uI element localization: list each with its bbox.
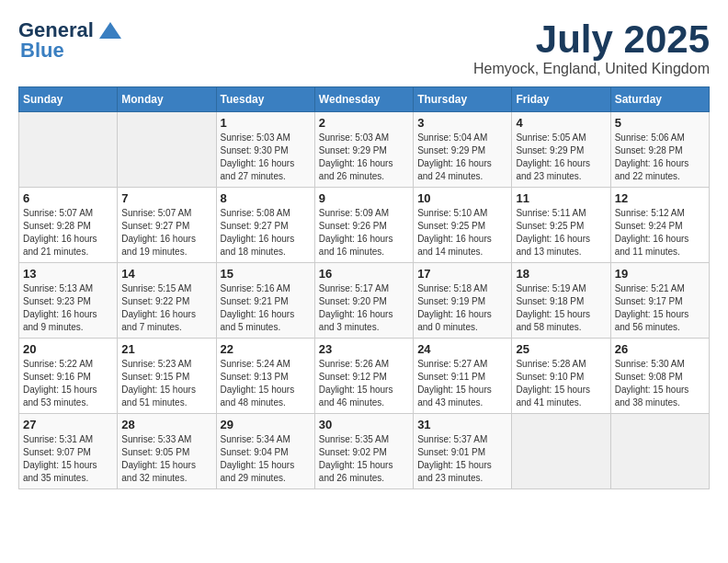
calendar-cell: 9Sunrise: 5:09 AM Sunset: 9:26 PM Daylig… <box>314 188 413 263</box>
calendar-cell: 17Sunrise: 5:18 AM Sunset: 9:19 PM Dayli… <box>414 263 512 339</box>
header: General Blue July 2025 Hemyock, England,… <box>18 18 710 77</box>
weekday-header: Thursday <box>414 87 512 112</box>
calendar-cell: 30Sunrise: 5:35 AM Sunset: 9:02 PM Dayli… <box>314 414 413 489</box>
day-info: Sunrise: 5:05 AM Sunset: 9:29 PM Dayligh… <box>516 132 606 183</box>
day-number: 11 <box>516 191 606 205</box>
calendar-cell: 2Sunrise: 5:03 AM Sunset: 9:29 PM Daylig… <box>314 112 413 188</box>
day-info: Sunrise: 5:27 AM Sunset: 9:11 PM Dayligh… <box>417 358 507 409</box>
day-info: Sunrise: 5:08 AM Sunset: 9:27 PM Dayligh… <box>221 207 311 259</box>
calendar-week-row: 27Sunrise: 5:31 AM Sunset: 9:07 PM Dayli… <box>19 414 710 489</box>
day-info: Sunrise: 5:09 AM Sunset: 9:26 PM Dayligh… <box>319 207 409 259</box>
day-info: Sunrise: 5:30 AM Sunset: 9:08 PM Dayligh… <box>615 358 705 409</box>
day-number: 30 <box>319 418 409 431</box>
calendar-cell: 27Sunrise: 5:31 AM Sunset: 9:07 PM Dayli… <box>19 414 118 489</box>
day-info: Sunrise: 5:35 AM Sunset: 9:02 PM Dayligh… <box>319 433 409 485</box>
day-number: 23 <box>319 342 409 356</box>
day-info: Sunrise: 5:24 AM Sunset: 9:13 PM Dayligh… <box>221 358 311 409</box>
calendar-cell: 1Sunrise: 5:03 AM Sunset: 9:30 PM Daylig… <box>216 112 314 188</box>
month-title: July 2025 <box>473 18 710 61</box>
calendar-cell <box>118 112 216 188</box>
day-info: Sunrise: 5:04 AM Sunset: 9:29 PM Dayligh… <box>417 132 507 183</box>
calendar-cell <box>19 112 118 188</box>
day-number: 10 <box>417 191 507 205</box>
logo-blue-text: Blue <box>20 39 64 63</box>
calendar-week-row: 13Sunrise: 5:13 AM Sunset: 9:23 PM Dayli… <box>19 263 710 339</box>
day-number: 20 <box>23 342 113 356</box>
calendar-cell: 13Sunrise: 5:13 AM Sunset: 9:23 PM Dayli… <box>19 263 118 339</box>
calendar-cell: 28Sunrise: 5:33 AM Sunset: 9:05 PM Dayli… <box>118 414 216 489</box>
day-info: Sunrise: 5:03 AM Sunset: 9:29 PM Dayligh… <box>319 132 409 183</box>
day-info: Sunrise: 5:07 AM Sunset: 9:27 PM Dayligh… <box>121 207 211 259</box>
calendar-cell: 26Sunrise: 5:30 AM Sunset: 9:08 PM Dayli… <box>610 339 709 414</box>
weekday-header: Sunday <box>19 87 118 112</box>
day-info: Sunrise: 5:22 AM Sunset: 9:16 PM Dayligh… <box>23 358 113 409</box>
day-number: 13 <box>23 267 113 281</box>
calendar-week-row: 20Sunrise: 5:22 AM Sunset: 9:16 PM Dayli… <box>19 339 710 414</box>
day-number: 3 <box>417 116 507 130</box>
calendar-cell: 21Sunrise: 5:23 AM Sunset: 9:15 PM Dayli… <box>118 339 216 414</box>
calendar-cell: 29Sunrise: 5:34 AM Sunset: 9:04 PM Dayli… <box>216 414 314 489</box>
calendar-cell: 24Sunrise: 5:27 AM Sunset: 9:11 PM Dayli… <box>414 339 512 414</box>
calendar-cell: 23Sunrise: 5:26 AM Sunset: 9:12 PM Dayli… <box>314 339 413 414</box>
weekday-header: Friday <box>512 87 610 112</box>
day-info: Sunrise: 5:12 AM Sunset: 9:24 PM Dayligh… <box>615 207 705 259</box>
day-number: 5 <box>615 116 705 130</box>
day-info: Sunrise: 5:37 AM Sunset: 9:01 PM Dayligh… <box>417 433 507 485</box>
day-info: Sunrise: 5:17 AM Sunset: 9:20 PM Dayligh… <box>319 282 409 334</box>
calendar-cell: 12Sunrise: 5:12 AM Sunset: 9:24 PM Dayli… <box>610 188 709 263</box>
calendar-cell: 14Sunrise: 5:15 AM Sunset: 9:22 PM Dayli… <box>118 263 216 339</box>
calendar-cell <box>610 414 709 489</box>
calendar-cell: 20Sunrise: 5:22 AM Sunset: 9:16 PM Dayli… <box>19 339 118 414</box>
calendar-cell: 16Sunrise: 5:17 AM Sunset: 9:20 PM Dayli… <box>314 263 413 339</box>
calendar-cell: 7Sunrise: 5:07 AM Sunset: 9:27 PM Daylig… <box>118 188 216 263</box>
day-info: Sunrise: 5:18 AM Sunset: 9:19 PM Dayligh… <box>417 282 507 334</box>
day-info: Sunrise: 5:19 AM Sunset: 9:18 PM Dayligh… <box>516 282 606 334</box>
svg-marker-0 <box>99 22 121 39</box>
day-number: 14 <box>121 267 211 281</box>
logo: General Blue <box>18 18 123 63</box>
day-number: 15 <box>221 267 311 281</box>
day-number: 28 <box>121 418 211 431</box>
day-info: Sunrise: 5:23 AM Sunset: 9:15 PM Dayligh… <box>121 358 211 409</box>
day-info: Sunrise: 5:06 AM Sunset: 9:28 PM Dayligh… <box>615 132 705 183</box>
calendar-cell: 3Sunrise: 5:04 AM Sunset: 9:29 PM Daylig… <box>414 112 512 188</box>
day-info: Sunrise: 5:33 AM Sunset: 9:05 PM Dayligh… <box>121 433 211 485</box>
day-number: 12 <box>615 191 705 205</box>
calendar-cell: 8Sunrise: 5:08 AM Sunset: 9:27 PM Daylig… <box>216 188 314 263</box>
weekday-header: Tuesday <box>216 87 314 112</box>
day-number: 25 <box>516 342 606 356</box>
day-number: 6 <box>23 191 113 205</box>
day-number: 29 <box>221 418 311 431</box>
day-number: 7 <box>121 191 211 205</box>
day-info: Sunrise: 5:26 AM Sunset: 9:12 PM Dayligh… <box>319 358 409 409</box>
weekday-header-row: SundayMondayTuesdayWednesdayThursdayFrid… <box>19 87 710 112</box>
day-info: Sunrise: 5:13 AM Sunset: 9:23 PM Dayligh… <box>23 282 113 334</box>
day-number: 1 <box>221 116 311 130</box>
day-number: 22 <box>221 342 311 356</box>
calendar-cell: 22Sunrise: 5:24 AM Sunset: 9:13 PM Dayli… <box>216 339 314 414</box>
weekday-header: Saturday <box>610 87 709 112</box>
day-number: 17 <box>417 267 507 281</box>
title-area: July 2025 Hemyock, England, United Kingd… <box>473 18 710 77</box>
day-number: 8 <box>221 191 311 205</box>
day-info: Sunrise: 5:28 AM Sunset: 9:10 PM Dayligh… <box>516 358 606 409</box>
calendar-cell: 5Sunrise: 5:06 AM Sunset: 9:28 PM Daylig… <box>610 112 709 188</box>
day-info: Sunrise: 5:07 AM Sunset: 9:28 PM Dayligh… <box>23 207 113 259</box>
day-number: 2 <box>319 116 409 130</box>
weekday-header: Wednesday <box>314 87 413 112</box>
day-number: 16 <box>319 267 409 281</box>
calendar-cell: 4Sunrise: 5:05 AM Sunset: 9:29 PM Daylig… <box>512 112 610 188</box>
day-number: 26 <box>615 342 705 356</box>
day-number: 4 <box>516 116 606 130</box>
calendar-cell: 18Sunrise: 5:19 AM Sunset: 9:18 PM Dayli… <box>512 263 610 339</box>
day-number: 18 <box>516 267 606 281</box>
day-number: 9 <box>319 191 409 205</box>
day-info: Sunrise: 5:15 AM Sunset: 9:22 PM Dayligh… <box>121 282 211 334</box>
calendar-week-row: 6Sunrise: 5:07 AM Sunset: 9:28 PM Daylig… <box>19 188 710 263</box>
calendar-cell: 19Sunrise: 5:21 AM Sunset: 9:17 PM Dayli… <box>610 263 709 339</box>
calendar-cell: 10Sunrise: 5:10 AM Sunset: 9:25 PM Dayli… <box>414 188 512 263</box>
calendar-week-row: 1Sunrise: 5:03 AM Sunset: 9:30 PM Daylig… <box>19 112 710 188</box>
logo-icon <box>97 20 123 40</box>
day-number: 24 <box>417 342 507 356</box>
day-info: Sunrise: 5:16 AM Sunset: 9:21 PM Dayligh… <box>221 282 311 334</box>
